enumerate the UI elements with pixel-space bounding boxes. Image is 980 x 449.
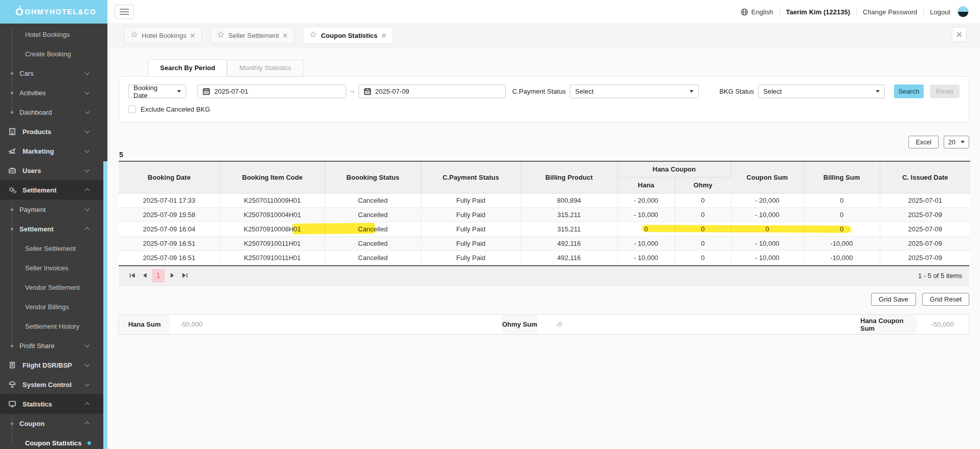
star-icon[interactable]: [131, 31, 138, 39]
chevron-down-icon: [85, 109, 90, 114]
sidebar-item-users[interactable]: Users: [0, 161, 103, 180]
sidebar-item-settlement-history[interactable]: Settlement History: [0, 316, 103, 336]
col-header-hana[interactable]: Hana: [617, 177, 675, 193]
tab-search-by-period[interactable]: Search By Period: [148, 59, 227, 76]
col-header-cpayment-status[interactable]: C.Payment Status: [421, 161, 521, 193]
previous-page-button[interactable]: [138, 269, 150, 282]
separator: [779, 8, 780, 15]
last-page-button[interactable]: [179, 269, 191, 282]
tab-coupon-statistics[interactable]: Coupon Statistics: [303, 27, 393, 44]
chevron-up-icon: [85, 402, 90, 407]
sidebar-item-profit-share[interactable]: Profit Share: [0, 336, 103, 355]
sidebar-item-vendor-settlement[interactable]: Vendor Settlement: [0, 277, 103, 297]
table-row[interactable]: 2025-07-09 15:58K25070910004H01Cancelled…: [119, 207, 970, 222]
calendar-icon[interactable]: [203, 88, 210, 95]
bkg-status-select[interactable]: Select: [758, 84, 885, 98]
bullet-icon: [11, 208, 13, 211]
bkg-status-label: BKG Status: [719, 88, 754, 95]
col-header-booking-item-code[interactable]: Booking Item Code: [220, 161, 325, 193]
from-date-input[interactable]: 2025-07-01: [197, 84, 346, 98]
sidebar-item-flight-dsr-bsp[interactable]: Flight DSR/BSP: [0, 355, 103, 375]
exclude-canceled-label: Exclude Canceled BKG: [141, 105, 210, 113]
cpayment-status-select[interactable]: Select: [570, 84, 699, 98]
sidebar-item-settlement-sub[interactable]: Settlement: [0, 219, 103, 239]
col-header-ohmy[interactable]: Ohmy: [675, 177, 731, 193]
sidebar-item-products[interactable]: Products: [0, 122, 103, 141]
page-size-select[interactable]: 20: [944, 136, 969, 148]
date-type-select[interactable]: Booking Date: [128, 84, 186, 98]
change-password-link[interactable]: Change Password: [863, 8, 917, 16]
tab-monthly-statistics[interactable]: Monthly Statistics: [227, 59, 304, 76]
menu-toggle-button[interactable]: [115, 5, 134, 19]
tab-hotel-bookings[interactable]: Hotel Bookings: [124, 27, 202, 44]
close-icon[interactable]: [382, 33, 386, 38]
sidebar-item-hotel-bookings[interactable]: Hotel Bookings: [0, 25, 103, 44]
chevron-down-icon: [961, 141, 965, 143]
chevron-up-icon: [85, 421, 90, 426]
hana-sum-value: -50,000: [170, 315, 502, 334]
sidebar-item-coupon[interactable]: Coupon: [0, 414, 103, 433]
next-page-button[interactable]: [166, 269, 179, 282]
sidebar-tree-bookings: Hotel Bookings Create Booking Cars Activ…: [0, 25, 103, 122]
filter-row: Booking Date 2025-07-01 ~ 2025-07-09 C.P…: [128, 84, 960, 98]
first-page-button[interactable]: [126, 269, 138, 282]
bullet-icon: [11, 72, 13, 75]
col-header-coupon-sum[interactable]: Coupon Sum: [731, 161, 804, 193]
calendar-icon[interactable]: [364, 88, 371, 95]
sidebar-item-statistics[interactable]: Statistics: [0, 394, 103, 414]
table-row-highlighted[interactable]: 2025-07-09 16:04K25070910008H01Cancelled…: [119, 222, 970, 236]
close-icon[interactable]: [190, 33, 195, 38]
sidebar-item-dashboard[interactable]: Dashboard: [0, 102, 103, 122]
language-selector[interactable]: English: [751, 8, 773, 16]
close-icon: [956, 32, 962, 37]
sidebar-item-system-control[interactable]: System Control: [0, 375, 103, 394]
star-icon[interactable]: [217, 31, 224, 39]
brand-logo[interactable]: Ó OHMYHOTEL&CO: [0, 0, 107, 24]
sidebar-item-marketing[interactable]: Marketing: [0, 141, 103, 161]
star-icon[interactable]: [310, 31, 317, 39]
sidebar-item-activities[interactable]: Activities: [0, 83, 103, 102]
sidebar-item-payment[interactable]: Payment: [0, 200, 103, 219]
sidebar-scrollbar-thumb[interactable]: [103, 161, 107, 449]
exclude-canceled-checkbox[interactable]: [128, 105, 136, 113]
to-date-input[interactable]: 2025-07-09: [359, 84, 506, 98]
chevron-down-icon: [85, 362, 90, 367]
table-row[interactable]: 2025-07-09 16:51K25070910011H01Cancelled…: [119, 236, 970, 250]
chevron-down-icon: [876, 90, 880, 93]
col-header-booking-date[interactable]: Booking Date: [119, 161, 220, 193]
sidebar-item-vendor-billings[interactable]: Vendor Billings: [0, 297, 103, 316]
close-icon[interactable]: [283, 33, 287, 38]
avatar[interactable]: [957, 6, 969, 17]
sidebar-item-create-booking[interactable]: Create Booking: [0, 44, 103, 63]
sidebar-item-cars[interactable]: Cars: [0, 63, 103, 83]
monitor-icon: [8, 399, 17, 409]
bullet-icon: [11, 345, 13, 347]
sidebar-tree-settlement: Payment Settlement Seller Settlement Sel…: [0, 200, 103, 355]
sidebar-item-settlement[interactable]: Settlement: [0, 180, 103, 200]
tab-seller-settlement[interactable]: Seller Settlement: [210, 27, 295, 44]
separator: [923, 8, 924, 15]
chevron-down-icon: [85, 206, 90, 211]
bullet-icon: [11, 92, 13, 94]
col-header-billing-sum[interactable]: Billing Sum: [804, 161, 880, 193]
reset-button[interactable]: Reset: [930, 84, 960, 98]
bullet-icon: [11, 422, 13, 425]
grid-reset-button[interactable]: Grid Reset: [922, 293, 969, 306]
table-row[interactable]: 2025-07-01 17:33K25070110009H01Cancelled…: [119, 193, 970, 207]
sidebar-item-seller-settlement[interactable]: Seller Settlement: [0, 239, 103, 258]
col-header-c-issued-date[interactable]: C. Issued Date: [880, 161, 970, 193]
sidebar-item-seller-invoices[interactable]: Seller Invoices: [0, 258, 103, 277]
sidebar-item-coupon-statistics[interactable]: Coupon Statistics: [0, 433, 103, 449]
table-row[interactable]: 2025-07-09 16:51K25070910011H01Cancelled…: [119, 250, 970, 265]
col-header-booking-status[interactable]: Boooking Status: [325, 161, 421, 193]
bullet-icon: [11, 111, 13, 114]
col-header-billing-product[interactable]: Billing Product: [521, 161, 617, 193]
search-button[interactable]: Search: [894, 84, 924, 98]
logout-link[interactable]: Logout: [930, 8, 950, 16]
current-page[interactable]: 1: [152, 269, 165, 283]
user-name[interactable]: Taerim Kim (122135): [786, 8, 851, 16]
grid-save-button[interactable]: Grid Save: [871, 293, 916, 306]
close-all-tabs-button[interactable]: [952, 27, 967, 42]
excel-export-button[interactable]: Excel: [908, 136, 939, 148]
col-header-hana-coupon-group[interactable]: Hana Coupon: [617, 161, 731, 177]
